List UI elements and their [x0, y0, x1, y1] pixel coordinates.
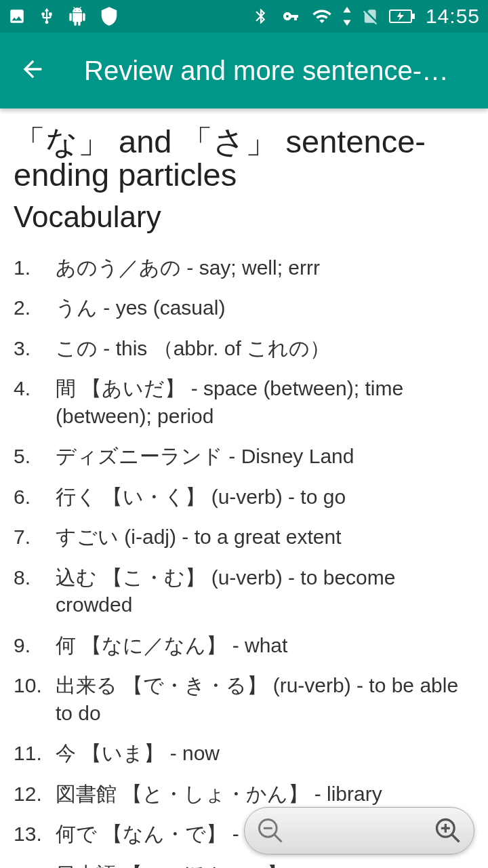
vocab-list: あのう／あの - say; well; errr うん - yes (casua…: [14, 254, 474, 868]
battery-charging-icon: [389, 7, 416, 25]
updown-icon: [342, 7, 352, 26]
page-heading: 「な」 and 「さ」 sentence-ending particles: [14, 125, 474, 192]
list-item: ディズニーランド - Disney Land: [14, 443, 474, 471]
list-item: うん - yes (casual): [14, 294, 474, 322]
list-item: 日本語 【に・ほん・ご】 - Japanese (language): [14, 861, 474, 868]
status-time: 14:55: [426, 5, 480, 28]
app-bar: Review and more sentence-…: [0, 33, 488, 108]
section-heading: Vocabulary: [14, 200, 474, 234]
list-item: 行く 【い・く】 (u-verb) - to go: [14, 484, 474, 511]
usb-icon: [38, 7, 56, 25]
android-icon: [68, 7, 87, 26]
list-item: すごい (i-adj) - to a great extent: [14, 524, 474, 551]
shield-icon: [99, 6, 119, 26]
bluetooth-icon: [252, 6, 270, 26]
list-item: 何 【なに／なん】 - what: [14, 632, 474, 660]
status-bar: 14:55: [0, 0, 488, 33]
list-item: あのう／あの - say; well; errr: [14, 254, 474, 282]
svg-line-6: [452, 835, 460, 842]
zoom-control: [244, 807, 474, 854]
list-item: 図書館 【と・しょ・かん】 - library: [14, 781, 474, 808]
image-icon: [8, 7, 26, 25]
zoom-out-button[interactable]: [256, 816, 285, 846]
list-item: 間 【あいだ】 - space (between); time (between…: [14, 375, 474, 430]
list-item: 出来る 【で・き・る】 (ru-verb) - to be able to do: [14, 672, 474, 727]
key-icon: [279, 8, 302, 24]
back-button[interactable]: [19, 56, 46, 85]
svg-rect-1: [412, 14, 415, 19]
wifi-icon: [312, 6, 332, 26]
list-item: この - this （abbr. of これの）: [14, 335, 474, 363]
content-area[interactable]: 「な」 and 「さ」 sentence-ending particles Vo…: [0, 108, 488, 868]
no-sim-icon: [362, 6, 380, 26]
list-item: 今 【いま】 - now: [14, 740, 474, 768]
zoom-in-button[interactable]: [433, 816, 463, 846]
svg-line-3: [274, 835, 282, 842]
app-bar-title: Review and more sentence-…: [84, 56, 469, 86]
list-item: 込む 【こ・む】 (u-verb) - to become crowded: [14, 564, 474, 619]
